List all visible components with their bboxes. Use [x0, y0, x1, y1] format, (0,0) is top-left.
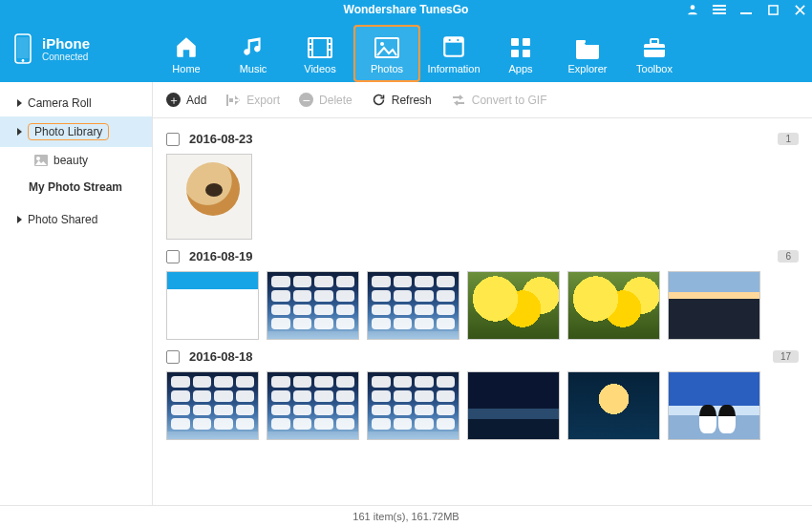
- tab-explorer[interactable]: Explorer: [554, 25, 621, 82]
- tab-information[interactable]: Information: [420, 25, 487, 82]
- photo-scroll-area[interactable]: 2016-08-23 1 2016-08-19 6: [153, 118, 812, 505]
- expand-arrow-icon: [17, 216, 22, 223]
- sidebar-item-beauty[interactable]: beauty: [0, 147, 152, 174]
- svg-rect-27: [523, 50, 530, 57]
- svg-point-22: [449, 39, 451, 41]
- minus-icon: −: [299, 93, 313, 107]
- photo-thumbnail[interactable]: [367, 271, 459, 340]
- svg-rect-4: [740, 12, 752, 14]
- plus-icon: ＋: [166, 93, 181, 107]
- add-button[interactable]: ＋ Add: [166, 93, 206, 107]
- group-header: 2016-08-18 17: [166, 349, 799, 364]
- svg-point-19: [380, 42, 384, 46]
- sidebar-item-label: My Photo Stream: [29, 180, 122, 194]
- tab-label: Toolbox: [636, 63, 673, 74]
- tab-label: Explorer: [568, 63, 608, 74]
- refresh-icon: [372, 93, 386, 107]
- svg-rect-29: [644, 44, 665, 57]
- tab-label: Photos: [371, 63, 403, 74]
- photo-thumbnail[interactable]: [267, 271, 359, 340]
- sidebar-item-photo-library[interactable]: Photo Library: [0, 116, 152, 147]
- button-label: Delete: [319, 94, 353, 107]
- svg-rect-1: [713, 5, 726, 7]
- sidebar: Camera Roll Photo Library beauty My Phot…: [0, 82, 153, 505]
- svg-rect-30: [651, 39, 658, 44]
- button-label: Add: [186, 94, 206, 107]
- group-date: 2016-08-23: [189, 132, 253, 146]
- expand-arrow-icon: [17, 99, 22, 107]
- photo-thumbnail[interactable]: [166, 271, 259, 340]
- photos-icon: [374, 36, 400, 59]
- photo-thumbnail[interactable]: [567, 371, 660, 440]
- button-label: Refresh: [392, 94, 432, 107]
- sidebar-item-label: Photo Shared: [28, 213, 97, 226]
- sidebar-item-camera-roll[interactable]: Camera Roll: [0, 90, 152, 116]
- menu-icon[interactable]: [713, 3, 726, 16]
- expand-arrow-icon: [17, 128, 22, 136]
- group-checkbox[interactable]: [166, 133, 180, 146]
- device-box[interactable]: iPhone Connected: [0, 24, 153, 77]
- status-text: 161 item(s), 161.72MB: [353, 511, 459, 522]
- tab-apps[interactable]: Apps: [487, 25, 554, 82]
- photo-thumbnail[interactable]: [267, 371, 359, 440]
- svg-rect-2: [713, 9, 726, 11]
- photo-thumbnail[interactable]: [668, 271, 760, 340]
- user-icon[interactable]: [686, 3, 699, 16]
- apps-icon: [509, 36, 532, 59]
- group-date: 2016-08-19: [189, 249, 253, 263]
- title-bar: Wondershare TunesGo: [0, 0, 812, 19]
- photo-thumbnail[interactable]: [166, 371, 259, 440]
- group-header: 2016-08-19 6: [166, 249, 799, 263]
- app-title: Wondershare TunesGo: [344, 3, 469, 16]
- photo-thumbnail[interactable]: [668, 371, 760, 440]
- export-button[interactable]: Export: [225, 94, 280, 107]
- tab-toolbox[interactable]: Toolbox: [621, 25, 688, 82]
- minimize-button[interactable]: [739, 3, 753, 16]
- svg-rect-31: [644, 48, 665, 50]
- tab-label: Home: [172, 63, 200, 74]
- information-icon: [441, 34, 466, 59]
- status-bar: 161 item(s), 161.72MB: [0, 505, 812, 526]
- svg-rect-25: [523, 38, 530, 46]
- group-count: 17: [773, 350, 799, 363]
- sidebar-item-my-photo-stream[interactable]: My Photo Stream: [0, 174, 152, 200]
- photo-thumbnail[interactable]: [367, 371, 459, 440]
- photo-thumbnail[interactable]: [467, 371, 560, 440]
- tab-music[interactable]: Music: [220, 25, 287, 82]
- group-count: 1: [778, 133, 799, 145]
- photo-thumbnail[interactable]: [567, 271, 660, 340]
- tab-label: Music: [240, 63, 267, 74]
- convert-to-gif-button[interactable]: Convert to GIF: [451, 94, 547, 107]
- svg-rect-3: [713, 12, 726, 14]
- delete-button[interactable]: − Delete: [299, 93, 353, 107]
- photo-thumbnail[interactable]: [467, 271, 560, 340]
- tab-home[interactable]: Home: [153, 25, 220, 82]
- photo-thumbnail[interactable]: [166, 154, 252, 240]
- svg-rect-28: [576, 40, 586, 43]
- group-date: 2016-08-18: [189, 349, 253, 364]
- sidebar-item-label: Camera Roll: [28, 96, 92, 110]
- sidebar-item-photo-shared[interactable]: Photo Shared: [0, 206, 152, 233]
- svg-point-23: [457, 39, 459, 41]
- close-button[interactable]: [793, 3, 806, 16]
- group-checkbox[interactable]: [166, 350, 180, 364]
- button-label: Convert to GIF: [472, 94, 547, 107]
- svg-rect-9: [17, 37, 29, 58]
- svg-point-10: [22, 59, 25, 62]
- svg-rect-26: [511, 50, 519, 57]
- refresh-button[interactable]: Refresh: [372, 93, 432, 107]
- device-name: iPhone: [42, 35, 90, 52]
- home-icon: [173, 34, 200, 59]
- top-nav: iPhone Connected Home Music Videos Photo…: [0, 19, 812, 82]
- export-icon: [225, 94, 241, 107]
- sidebar-item-label: beauty: [53, 154, 88, 167]
- tab-videos[interactable]: Videos: [287, 25, 353, 82]
- group-checkbox[interactable]: [166, 250, 180, 263]
- svg-rect-24: [511, 38, 519, 46]
- group-header: 2016-08-23 1: [166, 132, 799, 146]
- convert-icon: [451, 94, 466, 107]
- maximize-button[interactable]: [766, 3, 780, 16]
- music-icon: [241, 34, 266, 59]
- phone-icon: [13, 33, 32, 64]
- tab-photos[interactable]: Photos: [353, 25, 420, 82]
